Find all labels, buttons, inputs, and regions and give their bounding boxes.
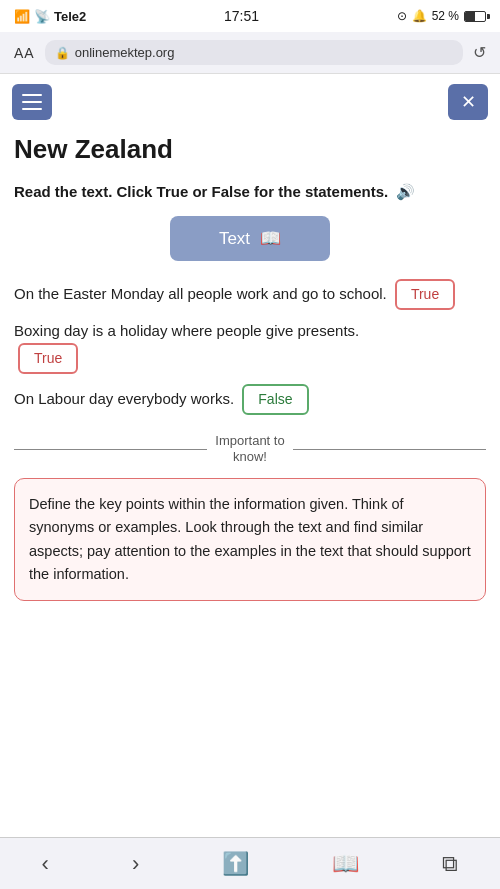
tabs-icon: ⧉ bbox=[442, 851, 458, 876]
hamburger-line bbox=[22, 101, 42, 103]
info-box: Define the key points within the informa… bbox=[14, 478, 486, 601]
battery-icon bbox=[464, 11, 486, 22]
reload-button[interactable]: ↺ bbox=[473, 43, 486, 62]
info-box-text: Define the key points within the informa… bbox=[29, 496, 471, 582]
divider-line-right bbox=[293, 449, 486, 450]
close-button[interactable]: ✕ bbox=[448, 84, 488, 120]
answer-badge-false[interactable]: False bbox=[242, 384, 308, 415]
browser-bar: AA 🔒 onlinemektep.org ↺ bbox=[0, 32, 500, 74]
statement-row: Boxing day is a holiday where people giv… bbox=[14, 320, 486, 374]
alarm-icon: 🔔 bbox=[412, 9, 427, 23]
bookmark-icon: 📖 bbox=[332, 851, 359, 876]
wifi-icon: 📡 bbox=[34, 9, 50, 24]
battery-text: 52 % bbox=[432, 9, 459, 23]
hamburger-line bbox=[22, 108, 42, 110]
bottom-nav: ‹ › ⬆️ 📖 ⧉ bbox=[0, 837, 500, 889]
back-button[interactable]: ‹ bbox=[34, 843, 57, 885]
text-button-wrapper: Text 📖 bbox=[14, 216, 486, 261]
page-content: New Zealand Read the text. Click True or… bbox=[0, 130, 500, 633]
status-time: 17:51 bbox=[224, 8, 259, 24]
instruction-text: Read the text. Click True or False for t… bbox=[14, 181, 486, 202]
status-right: ⊙ 🔔 52 % bbox=[397, 9, 486, 23]
statement-text: On Labour day everybody works. bbox=[14, 390, 234, 407]
location-icon: ⊙ bbox=[397, 9, 407, 23]
font-size-control[interactable]: AA bbox=[14, 45, 35, 61]
instruction-label: Read the text. Click True or False for t… bbox=[14, 183, 388, 200]
status-carrier: 📶 📡 Tele2 bbox=[14, 9, 86, 24]
status-bar: 📶 📡 Tele2 17:51 ⊙ 🔔 52 % bbox=[0, 0, 500, 32]
carrier-text: Tele2 bbox=[54, 9, 86, 24]
page-title: New Zealand bbox=[14, 134, 486, 165]
text-button[interactable]: Text 📖 bbox=[170, 216, 330, 261]
hamburger-line bbox=[22, 94, 42, 96]
lock-icon: 🔒 bbox=[55, 46, 70, 60]
statement-text: On the Easter Monday all people work and… bbox=[14, 285, 387, 302]
divider-label: Important toknow! bbox=[215, 433, 284, 467]
text-button-label: Text bbox=[219, 229, 250, 249]
speaker-icon[interactable]: 🔊 bbox=[396, 183, 415, 200]
divider-row: Important toknow! bbox=[14, 433, 486, 467]
top-nav: ✕ bbox=[0, 74, 500, 130]
share-icon: ⬆️ bbox=[222, 851, 249, 876]
book-icon: 📖 bbox=[260, 228, 281, 249]
tabs-button[interactable]: ⧉ bbox=[434, 843, 466, 885]
signal-icon: 📶 bbox=[14, 9, 30, 24]
answer-badge-true[interactable]: True bbox=[18, 343, 78, 374]
statement-row: On Labour day everybody works. False bbox=[14, 384, 486, 415]
hamburger-button[interactable] bbox=[12, 84, 52, 120]
statement-text: Boxing day is a holiday where people giv… bbox=[14, 322, 359, 339]
forward-button[interactable]: › bbox=[124, 843, 147, 885]
divider-line-left bbox=[14, 449, 207, 450]
bookmark-button[interactable]: 📖 bbox=[324, 843, 367, 885]
statement-row: On the Easter Monday all people work and… bbox=[14, 279, 486, 310]
answer-badge-true[interactable]: True bbox=[395, 279, 455, 310]
share-button[interactable]: ⬆️ bbox=[214, 843, 257, 885]
url-bar[interactable]: 🔒 onlinemektep.org bbox=[45, 40, 463, 65]
url-text: onlinemektep.org bbox=[75, 45, 175, 60]
